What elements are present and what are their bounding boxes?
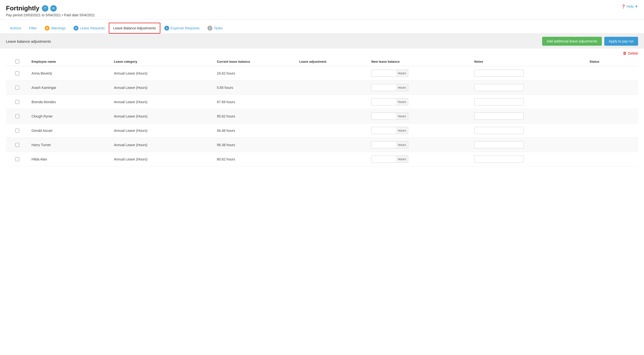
tab-warnings-label: Warnings bbox=[51, 26, 66, 30]
current-balance: 24.62 hours bbox=[214, 66, 296, 81]
row-checkbox[interactable] bbox=[15, 157, 19, 161]
row-checkbox-cell bbox=[6, 109, 28, 123]
delete-label: Delete bbox=[628, 51, 638, 55]
row-checkbox[interactable] bbox=[15, 114, 19, 118]
leave-category: Annual Leave (Hours) bbox=[111, 95, 214, 109]
nav-tabs: Actions Filter 6 Warnings 3 Leave Reques… bbox=[0, 23, 644, 34]
leave-adjustment bbox=[296, 81, 368, 95]
hours-suffix-label: hours bbox=[396, 156, 408, 163]
col-header-status: Status bbox=[586, 57, 638, 66]
new-balance-input[interactable] bbox=[371, 70, 396, 77]
help-chevron-icon: ▼ bbox=[635, 5, 638, 9]
leave-adjustment bbox=[296, 109, 368, 123]
employee-name: Clough Ryner bbox=[28, 109, 111, 123]
notes-input[interactable] bbox=[474, 156, 524, 163]
tab-actions-label: Actions bbox=[10, 26, 21, 30]
new-balance-cell: hours bbox=[368, 123, 471, 138]
col-header-adjustment: Leave adjustment bbox=[296, 57, 368, 66]
tab-tasks[interactable]: 2 Tasks bbox=[204, 23, 227, 34]
col-header-current: Current leave balance bbox=[214, 57, 296, 66]
tab-filter-label: Filter bbox=[29, 26, 37, 30]
new-balance-cell: hours bbox=[368, 95, 471, 109]
notes-cell bbox=[471, 152, 587, 166]
mail-icon[interactable]: ✉ bbox=[50, 5, 57, 12]
row-checkbox-cell bbox=[6, 123, 28, 138]
notes-input[interactable] bbox=[474, 127, 524, 134]
tab-leave-balance-adjustments[interactable]: Leave Balance Adjustments bbox=[109, 23, 160, 34]
header-icons: ⏱ ✉ bbox=[42, 5, 57, 12]
table-row: Arash Kamingar Annual Leave (Hours) 5.85… bbox=[6, 81, 638, 95]
leave-adjustment bbox=[296, 123, 368, 138]
tab-warnings[interactable]: 6 Warnings bbox=[41, 23, 70, 34]
select-all-checkbox[interactable] bbox=[15, 60, 19, 64]
page-header: Fortnightly ⏱ ✉ Pay period 23/03/2021 to… bbox=[0, 0, 644, 20]
table-row: Hilda Alan Annual Leave (Hours) 80.62 ho… bbox=[6, 152, 638, 166]
hours-suffix-label: hours bbox=[396, 141, 408, 148]
notes-cell bbox=[471, 123, 587, 138]
new-balance-input[interactable] bbox=[371, 98, 396, 105]
row-checkbox[interactable] bbox=[15, 71, 19, 75]
status-cell bbox=[586, 95, 638, 109]
notes-input[interactable] bbox=[474, 84, 524, 91]
row-checkbox[interactable] bbox=[15, 86, 19, 90]
col-header-employee: Employee name bbox=[28, 57, 111, 66]
table-row: Anna Beverly Annual Leave (Hours) 24.62 … bbox=[6, 66, 638, 81]
new-balance-input[interactable] bbox=[371, 141, 396, 148]
current-balance: 80.62 hours bbox=[214, 152, 296, 166]
row-checkbox-cell bbox=[6, 95, 28, 109]
row-checkbox[interactable] bbox=[15, 129, 19, 133]
new-balance-cell: hours bbox=[368, 66, 471, 81]
tab-tasks-label: Tasks bbox=[214, 26, 223, 30]
current-balance: 95.62 hours bbox=[214, 109, 296, 123]
tab-expense-requests-label: Expense Requests bbox=[171, 26, 200, 30]
leave-adjustment bbox=[296, 95, 368, 109]
leave-adjustment bbox=[296, 138, 368, 152]
leave-adjustment bbox=[296, 66, 368, 81]
leave-category: Annual Leave (Hours) bbox=[111, 81, 214, 95]
row-checkbox-cell bbox=[6, 138, 28, 152]
current-balance: 5.85 hours bbox=[214, 81, 296, 95]
add-adjustments-button[interactable]: Add additional leave adjustments bbox=[542, 37, 602, 46]
tab-actions[interactable]: Actions bbox=[6, 23, 25, 33]
notes-input[interactable] bbox=[474, 141, 524, 148]
current-balance: 94.46 hours bbox=[214, 123, 296, 138]
row-checkbox[interactable] bbox=[15, 100, 19, 104]
hours-suffix-label: hours bbox=[396, 127, 408, 134]
employee-name: Brenda Morales bbox=[28, 95, 111, 109]
new-balance-input[interactable] bbox=[371, 127, 396, 134]
tab-expense-requests[interactable]: 1 Expense Requests bbox=[160, 23, 204, 34]
row-checkbox[interactable] bbox=[15, 143, 19, 147]
notes-cell bbox=[471, 66, 587, 81]
status-cell bbox=[586, 138, 638, 152]
table-header-row: Employee name Leave category Current lea… bbox=[6, 57, 638, 66]
page-subtitle: Pay period 23/03/2021 to 5/04/2021 • Pai… bbox=[6, 13, 638, 17]
current-balance: 67.69 hours bbox=[214, 95, 296, 109]
notes-input[interactable] bbox=[474, 70, 524, 77]
delete-button[interactable]: 🗑 Delete bbox=[623, 51, 638, 56]
new-balance-input[interactable] bbox=[371, 84, 396, 91]
tab-leave-balance-label: Leave Balance Adjustments bbox=[113, 26, 156, 30]
tab-filter[interactable]: Filter bbox=[25, 23, 41, 33]
delete-row: 🗑 Delete bbox=[6, 49, 638, 57]
status-cell bbox=[586, 81, 638, 95]
apply-to-pay-run-button[interactable]: Apply to pay run bbox=[604, 37, 638, 46]
help-button[interactable]: ❓ Help ▼ bbox=[621, 5, 638, 9]
employee-name: Hilda Alan bbox=[28, 152, 111, 166]
clock-icon[interactable]: ⏱ bbox=[42, 5, 48, 12]
new-balance-input[interactable] bbox=[371, 113, 396, 120]
new-balance-input[interactable] bbox=[371, 156, 396, 163]
status-cell bbox=[586, 66, 638, 81]
notes-input[interactable] bbox=[474, 113, 524, 120]
leave-adjustments-table: Employee name Leave category Current lea… bbox=[6, 57, 638, 166]
status-cell bbox=[586, 152, 638, 166]
toolbar: Leave balance adjustments Add additional… bbox=[0, 34, 644, 49]
notes-input[interactable] bbox=[474, 98, 524, 105]
trash-icon: 🗑 bbox=[623, 51, 627, 56]
notes-cell bbox=[471, 109, 587, 123]
table-row: Harry Turner Annual Leave (Hours) 99.38 … bbox=[6, 138, 638, 152]
toolbar-title: Leave balance adjustments bbox=[6, 39, 51, 44]
tab-leave-requests[interactable]: 3 Leave Requests bbox=[70, 23, 109, 34]
notes-cell bbox=[471, 138, 587, 152]
current-balance: 99.38 hours bbox=[214, 138, 296, 152]
leave-adjustment bbox=[296, 152, 368, 166]
